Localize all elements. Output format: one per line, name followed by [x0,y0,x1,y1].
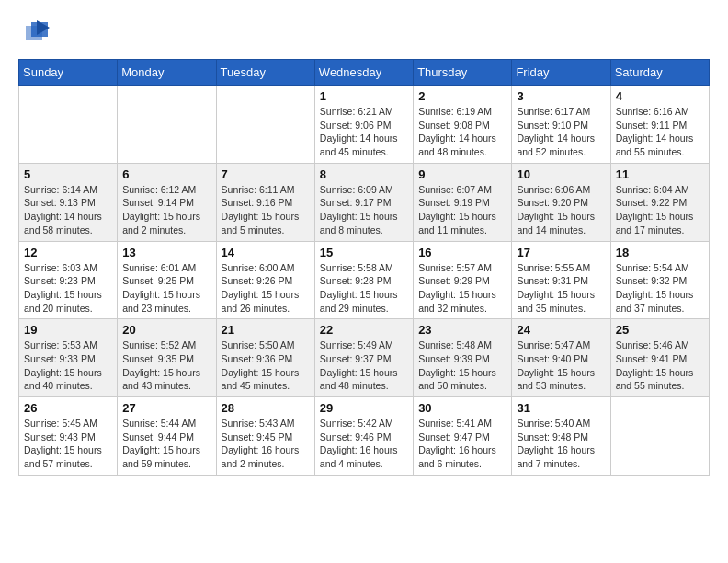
calendar-cell: 8Sunrise: 6:09 AM Sunset: 9:17 PM Daylig… [314,163,413,241]
calendar-week-row: 19Sunrise: 5:53 AM Sunset: 9:33 PM Dayli… [19,319,710,397]
day-number: 28 [222,401,310,415]
day-info: Sunrise: 6:01 AM Sunset: 9:25 PM Dayligh… [122,261,210,316]
calendar-cell: 2Sunrise: 6:19 AM Sunset: 9:08 PM Daylig… [414,86,512,164]
day-number: 19 [24,323,112,337]
calendar-header-row: SundayMondayTuesdayWednesdayThursdayFrid… [19,60,710,86]
day-number: 1 [320,89,408,103]
day-number: 21 [222,323,310,337]
day-info: Sunrise: 6:09 AM Sunset: 9:17 PM Dayligh… [320,183,408,237]
day-number: 20 [122,323,210,337]
day-number: 31 [517,401,605,415]
day-info: Sunrise: 6:04 AM Sunset: 9:22 PM Dayligh… [616,183,704,237]
day-info: Sunrise: 5:57 AM Sunset: 9:29 PM Dayligh… [418,261,506,316]
day-number: 10 [517,167,605,181]
day-number: 3 [517,89,605,103]
calendar-week-row: 12Sunrise: 6:03 AM Sunset: 9:23 PM Dayli… [19,241,710,319]
day-number: 9 [418,167,506,181]
day-number: 5 [24,167,112,181]
calendar-cell: 15Sunrise: 5:58 AM Sunset: 9:28 PM Dayli… [314,241,413,319]
day-number: 4 [616,89,704,103]
day-info: Sunrise: 5:58 AM Sunset: 9:28 PM Dayligh… [320,261,408,316]
day-number: 23 [418,323,506,337]
day-info: Sunrise: 5:48 AM Sunset: 9:39 PM Dayligh… [418,339,506,393]
calendar-cell: 1Sunrise: 6:21 AM Sunset: 9:06 PM Daylig… [314,86,413,164]
day-info: Sunrise: 6:11 AM Sunset: 9:16 PM Dayligh… [222,183,310,237]
day-number: 7 [222,167,310,181]
day-info: Sunrise: 5:41 AM Sunset: 9:47 PM Dayligh… [418,417,506,471]
weekday-header: Friday [512,60,610,86]
logo-icon [22,18,51,44]
weekday-header: Monday [118,60,216,86]
day-number: 14 [222,246,310,259]
calendar-cell: 18Sunrise: 5:54 AM Sunset: 9:32 PM Dayli… [610,241,709,319]
day-info: Sunrise: 5:40 AM Sunset: 9:48 PM Dayligh… [517,417,605,471]
calendar-cell: 7Sunrise: 6:11 AM Sunset: 9:16 PM Daylig… [216,163,314,241]
calendar-cell: 22Sunrise: 5:49 AM Sunset: 9:37 PM Dayli… [314,319,413,397]
day-number: 27 [122,401,210,415]
day-info: Sunrise: 5:54 AM Sunset: 9:32 PM Dayligh… [616,261,704,316]
day-info: Sunrise: 5:53 AM Sunset: 9:33 PM Dayligh… [24,339,112,393]
day-number: 29 [320,401,408,415]
calendar-cell: 24Sunrise: 5:47 AM Sunset: 9:40 PM Dayli… [512,319,610,397]
calendar-cell: 5Sunrise: 6:14 AM Sunset: 9:13 PM Daylig… [19,163,118,241]
calendar-cell: 21Sunrise: 5:50 AM Sunset: 9:36 PM Dayli… [216,319,314,397]
calendar-cell: 4Sunrise: 6:16 AM Sunset: 9:11 PM Daylig… [610,86,709,164]
day-info: Sunrise: 6:07 AM Sunset: 9:19 PM Dayligh… [418,183,506,237]
calendar-cell [216,86,314,164]
day-info: Sunrise: 5:43 AM Sunset: 9:45 PM Dayligh… [222,417,310,471]
calendar-cell [610,397,709,476]
day-info: Sunrise: 6:00 AM Sunset: 9:26 PM Dayligh… [222,261,310,316]
calendar-cell: 10Sunrise: 6:06 AM Sunset: 9:20 PM Dayli… [512,163,610,241]
calendar-cell: 16Sunrise: 5:57 AM Sunset: 9:29 PM Dayli… [414,241,512,319]
calendar-cell: 31Sunrise: 5:40 AM Sunset: 9:48 PM Dayli… [512,397,610,476]
calendar-cell: 23Sunrise: 5:48 AM Sunset: 9:39 PM Dayli… [414,319,512,397]
calendar-cell: 13Sunrise: 6:01 AM Sunset: 9:25 PM Dayli… [118,241,216,319]
calendar-table: SundayMondayTuesdayWednesdayThursdayFrid… [18,59,710,476]
day-info: Sunrise: 6:03 AM Sunset: 9:23 PM Dayligh… [24,261,112,316]
calendar-cell: 19Sunrise: 5:53 AM Sunset: 9:33 PM Dayli… [19,319,118,397]
day-number: 11 [616,167,704,181]
calendar-cell: 6Sunrise: 6:12 AM Sunset: 9:14 PM Daylig… [118,163,216,241]
day-info: Sunrise: 6:12 AM Sunset: 9:14 PM Dayligh… [122,183,210,237]
calendar-week-row: 26Sunrise: 5:45 AM Sunset: 9:43 PM Dayli… [19,397,710,476]
calendar-cell: 14Sunrise: 6:00 AM Sunset: 9:26 PM Dayli… [216,241,314,319]
day-number: 15 [320,246,408,259]
calendar-week-row: 5Sunrise: 6:14 AM Sunset: 9:13 PM Daylig… [19,163,710,241]
calendar-cell: 12Sunrise: 6:03 AM Sunset: 9:23 PM Dayli… [19,241,118,319]
day-number: 16 [418,246,506,259]
day-info: Sunrise: 6:19 AM Sunset: 9:08 PM Dayligh… [418,105,506,159]
calendar-cell: 3Sunrise: 6:17 AM Sunset: 9:10 PM Daylig… [512,86,610,164]
weekday-header: Tuesday [216,60,314,86]
page-header [18,18,710,44]
day-info: Sunrise: 6:21 AM Sunset: 9:06 PM Dayligh… [320,105,408,159]
day-number: 26 [24,401,112,415]
calendar-cell: 30Sunrise: 5:41 AM Sunset: 9:47 PM Dayli… [414,397,512,476]
day-number: 6 [122,167,210,181]
calendar-cell: 25Sunrise: 5:46 AM Sunset: 9:41 PM Dayli… [610,319,709,397]
day-number: 18 [616,246,704,259]
calendar-cell: 20Sunrise: 5:52 AM Sunset: 9:35 PM Dayli… [118,319,216,397]
day-info: Sunrise: 6:16 AM Sunset: 9:11 PM Dayligh… [616,105,704,159]
day-info: Sunrise: 5:52 AM Sunset: 9:35 PM Dayligh… [122,339,210,393]
day-info: Sunrise: 5:55 AM Sunset: 9:31 PM Dayligh… [517,261,605,316]
weekday-header: Sunday [19,60,118,86]
day-number: 17 [517,246,605,259]
day-info: Sunrise: 5:47 AM Sunset: 9:40 PM Dayligh… [517,339,605,393]
calendar-cell: 28Sunrise: 5:43 AM Sunset: 9:45 PM Dayli… [216,397,314,476]
calendar-week-row: 1Sunrise: 6:21 AM Sunset: 9:06 PM Daylig… [19,86,710,164]
calendar-cell: 11Sunrise: 6:04 AM Sunset: 9:22 PM Dayli… [610,163,709,241]
day-number: 30 [418,401,506,415]
day-number: 22 [320,323,408,337]
day-info: Sunrise: 5:46 AM Sunset: 9:41 PM Dayligh… [616,339,704,393]
day-info: Sunrise: 6:14 AM Sunset: 9:13 PM Dayligh… [24,183,112,237]
calendar-cell [118,86,216,164]
calendar-cell: 17Sunrise: 5:55 AM Sunset: 9:31 PM Dayli… [512,241,610,319]
weekday-header: Saturday [610,60,709,86]
logo [18,18,53,44]
calendar-cell: 9Sunrise: 6:07 AM Sunset: 9:19 PM Daylig… [414,163,512,241]
day-info: Sunrise: 5:49 AM Sunset: 9:37 PM Dayligh… [320,339,408,393]
day-number: 13 [122,246,210,259]
calendar-cell: 27Sunrise: 5:44 AM Sunset: 9:44 PM Dayli… [118,397,216,476]
day-info: Sunrise: 6:17 AM Sunset: 9:10 PM Dayligh… [517,105,605,159]
day-number: 24 [517,323,605,337]
